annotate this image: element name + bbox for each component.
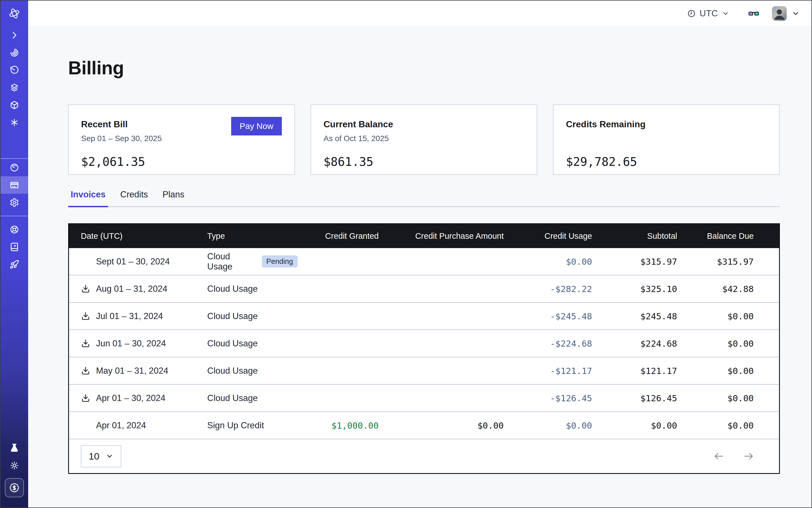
summary-cards: Recent Bill Sep 01 – Sep 30, 2025 $2,061…	[68, 104, 780, 175]
credit-usage-value: -$126.45	[504, 393, 592, 403]
timezone-selector[interactable]: UTC	[687, 8, 729, 18]
column-header-credit-purchase-amount: Credit Purchase Amount	[379, 231, 504, 241]
next-page-button arrow-right-icon[interactable]	[743, 451, 754, 462]
column-header-subtotal: Subtotal	[592, 231, 677, 241]
previous-page-button arrow-left-icon[interactable]	[713, 451, 724, 462]
download-invoice-button download-icon[interactable]	[81, 284, 90, 294]
topbar: UTC	[28, 1, 811, 27]
column-header-credit-granted: Credit Granted	[298, 231, 379, 241]
download-invoice-button download-icon[interactable]	[81, 339, 90, 348]
subtotal-value: $245.48	[592, 311, 677, 321]
user-menu-chevron-down-icon[interactable]	[792, 9, 800, 17]
subtotal-value: $315.97	[592, 257, 677, 267]
orbit-logo-icon[interactable]	[1, 1, 28, 27]
credit-usage-value: -$121.17	[504, 366, 592, 376]
page-size-select[interactable]: 10	[81, 445, 121, 467]
credit-usage-value: -$245.48	[504, 311, 592, 321]
table-row: May 01 – 31, 2024 Cloud Usage -$121.17 $…	[69, 357, 779, 385]
subtotal-value: $121.17	[592, 366, 677, 376]
sidebar-item-usage gauge-icon[interactable]	[1, 159, 28, 176]
invoices-table: Date (UTC) Type Credit Granted Credit Pu…	[68, 223, 780, 474]
sidebar	[1, 1, 28, 507]
credit-usage-value: $0.00	[504, 420, 592, 431]
sidebar-collapse-chevron-right-icon[interactable]	[1, 27, 28, 44]
pagination-controls	[713, 451, 754, 462]
sidebar-item-settings gear-icon[interactable]	[1, 194, 28, 211]
table-footer: 10	[69, 439, 779, 473]
subtotal-value: $224.68	[592, 338, 677, 349]
invoice-type: Sign Up Credit	[207, 420, 264, 431]
billing-page: Billing Recent Bill Sep 01 – Sep 30, 202…	[28, 27, 811, 507]
invoice-date-cell: May 01 – 31, 2024	[69, 366, 207, 376]
invoice-type: Cloud Usage	[207, 311, 258, 321]
billing-tabs: Invoices Credits Plans	[68, 189, 780, 207]
balance-due-value: $315.97	[677, 257, 779, 267]
column-header-type: Type	[207, 231, 298, 241]
theme-toggle sun-icon[interactable]	[1, 457, 28, 474]
reader-glasses-icon[interactable]	[748, 9, 760, 18]
table-row: Jun 01 – 30, 2024 Cloud Usage -$224.68 $…	[69, 330, 779, 357]
tab-plans[interactable]: Plans	[160, 189, 187, 206]
invoice-date-cell: Apr 01 – 30, 2024	[69, 393, 207, 403]
invoice-type-cell: Cloud Usage	[207, 311, 298, 321]
sidebar-item-observe spiral-eye-icon[interactable]	[1, 44, 28, 61]
table-row: Apr 01 – 30, 2024 Cloud Usage -$126.45 $…	[69, 385, 779, 412]
credits-button dollar-badge-icon[interactable]	[5, 478, 24, 497]
current-balance-amount: $861.35	[324, 155, 524, 169]
recent-bill-card: Recent Bill Sep 01 – Sep 30, 2025 $2,061…	[68, 104, 295, 175]
current-balance-card: Current Balance As of Oct 15, 2025 $861.…	[310, 104, 537, 175]
sidebar-item-labs flask-icon[interactable]	[1, 439, 28, 457]
invoice-type-cell: Cloud Usage	[207, 338, 298, 349]
sidebar-divider	[1, 216, 28, 216]
balance-due-value: $0.00	[677, 366, 779, 376]
pay-now-button[interactable]: Pay Now	[231, 117, 282, 135]
sidebar-item-billing credit-card-icon[interactable]	[1, 176, 28, 194]
balance-due-value: $42.88	[677, 284, 779, 294]
tab-invoices[interactable]: Invoices	[68, 189, 108, 206]
invoice-type-cell: Cloud Usage	[207, 393, 298, 403]
card-subtitle: Sep 01 – Sep 30, 2025	[81, 134, 282, 143]
sidebar-item-history history-clock-icon[interactable]	[1, 61, 28, 79]
credit-usage-value: -$282.22	[504, 284, 592, 294]
chevron-down-icon	[105, 452, 114, 460]
invoice-date: Jul 01 – 31, 2024	[96, 311, 163, 321]
main-area: UTC Billing	[28, 1, 811, 507]
column-header-credit-usage: Credit Usage	[504, 231, 592, 241]
invoice-type-cell: Cloud Usage Pending	[207, 251, 298, 272]
recent-bill-amount: $2,061.35	[81, 155, 282, 169]
invoice-date-cell: Apr 01, 2024	[69, 420, 207, 431]
chevron-down-icon	[722, 10, 729, 17]
sidebar-item-containers cube-icon[interactable]	[1, 96, 28, 114]
credit-usage-value: -$224.68	[504, 338, 592, 349]
sidebar-item-support life-ring-icon[interactable]	[1, 221, 28, 238]
invoice-type: Cloud Usage	[207, 366, 258, 376]
status-badge: Pending	[262, 255, 298, 267]
subtotal-value: $0.00	[592, 420, 677, 431]
tab-credits[interactable]: Credits	[118, 189, 151, 206]
download-invoice-button download-icon[interactable]	[81, 366, 90, 376]
card-title: Credits Remaining	[566, 119, 767, 130]
sidebar-item-services asterisk-icon[interactable]	[1, 114, 28, 131]
sidebar-item-layers layers-icon[interactable]	[1, 79, 28, 96]
invoice-date-cell: Sept 01 – 30, 2024	[69, 257, 207, 267]
invoice-date: Apr 01 – 30, 2024	[96, 393, 165, 403]
invoice-date: Aug 01 – 31, 2024	[96, 284, 167, 294]
download-invoice-button download-icon[interactable]	[81, 311, 90, 321]
balance-due-value: $0.00	[677, 393, 779, 403]
invoice-table-body: Sept 01 – 30, 2024 Cloud Usage Pending $…	[69, 248, 779, 439]
sidebar-item-docs book-sparkle-icon[interactable]	[1, 238, 28, 256]
table-header-row: Date (UTC) Type Credit Granted Credit Pu…	[69, 224, 779, 248]
invoice-date: May 01 – 31, 2024	[96, 366, 168, 376]
page-title: Billing	[68, 56, 811, 79]
invoice-date-cell: Jun 01 – 30, 2024	[69, 338, 207, 349]
invoice-date-cell: Jul 01 – 31, 2024	[69, 311, 207, 321]
sidebar-item-getting-started rocket-icon[interactable]	[1, 256, 28, 273]
credit-usage-value: $0.00	[504, 257, 592, 267]
card-subtitle: As of Oct 15, 2025	[324, 134, 524, 143]
credits-remaining-amount: $29,782.65	[566, 155, 767, 169]
invoice-type: Cloud Usage	[207, 284, 258, 294]
download-invoice-button download-icon[interactable]	[81, 393, 90, 403]
page-size-value: 10	[89, 451, 99, 462]
invoice-type-cell: Sign Up Credit	[207, 420, 298, 431]
user-avatar[interactable]	[772, 6, 787, 21]
